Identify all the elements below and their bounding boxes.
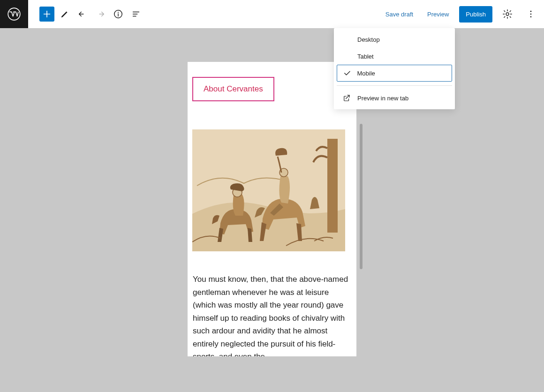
preview-menu: Desktop Tablet Mobile Preview in new tab: [334, 28, 455, 109]
svg-point-3: [506, 13, 509, 15]
preview-option-tablet[interactable]: Tablet: [337, 48, 452, 65]
about-cervantes-button[interactable]: About Cervantes: [192, 77, 274, 101]
menu-label: Mobile: [357, 70, 375, 77]
body-paragraph[interactable]: You must know, then, that the above-name…: [192, 273, 352, 356]
menu-label: Desktop: [357, 36, 380, 43]
preview-option-desktop[interactable]: Desktop: [337, 31, 452, 48]
details-button[interactable]: [111, 7, 126, 22]
undo-icon: [77, 9, 88, 19]
settings-button[interactable]: [499, 6, 516, 23]
save-draft-button[interactable]: Save draft: [382, 8, 417, 21]
menu-label: Tablet: [357, 53, 374, 60]
redo-icon: [95, 9, 106, 19]
svg-point-6: [530, 16, 532, 18]
external-link-icon: [342, 94, 351, 102]
edit-tool-button[interactable]: [57, 7, 72, 22]
menu-separator: [337, 85, 452, 86]
svg-point-5: [530, 14, 532, 15]
preview-option-mobile[interactable]: Mobile: [337, 65, 452, 82]
wordpress-icon: [8, 8, 21, 21]
page-frame: About Cervantes: [188, 62, 356, 392]
undo-button[interactable]: [75, 7, 90, 22]
add-block-button[interactable]: [39, 7, 54, 22]
don-quixote-illustration: [192, 129, 345, 251]
publish-button[interactable]: Publish: [459, 6, 492, 23]
page-content[interactable]: About Cervantes: [188, 62, 356, 356]
gear-icon: [502, 9, 513, 19]
toolbar-right-group: Save draft Preview Publish: [382, 6, 544, 23]
list-icon: [131, 9, 141, 19]
outline-button[interactable]: [128, 7, 144, 22]
preview-new-tab[interactable]: Preview in new tab: [337, 90, 452, 106]
more-vertical-icon: [526, 9, 536, 19]
menu-label: Preview in new tab: [357, 95, 408, 102]
pencil-icon: [60, 9, 70, 19]
plus-icon: [42, 9, 52, 19]
svg-rect-8: [327, 139, 338, 233]
scrollbar-thumb[interactable]: [360, 124, 363, 269]
more-options-button[interactable]: [522, 6, 539, 23]
editor-canvas: About Cervantes: [0, 28, 544, 392]
check-icon: [343, 69, 351, 77]
preview-button[interactable]: Preview: [423, 8, 453, 21]
svg-point-4: [530, 11, 532, 12]
wordpress-logo[interactable]: [0, 0, 28, 28]
top-toolbar: Save draft Preview Publish: [0, 0, 544, 28]
redo-button[interactable]: [93, 7, 108, 22]
info-icon: [113, 9, 123, 19]
toolbar-left-group: [28, 7, 144, 22]
svg-point-2: [118, 12, 119, 13]
